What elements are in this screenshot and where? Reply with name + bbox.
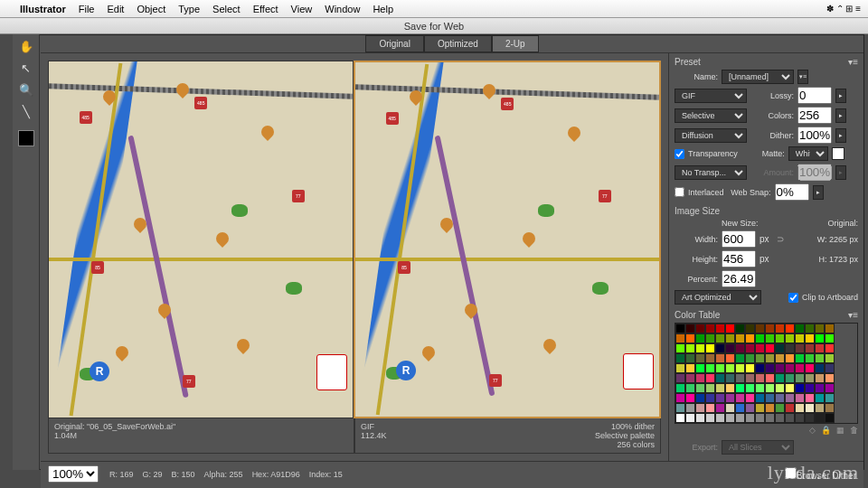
color-swatch[interactable] bbox=[755, 324, 765, 333]
preset-name-select[interactable]: [Unnamed] bbox=[722, 70, 794, 84]
color-swatch[interactable] bbox=[785, 373, 795, 383]
menu-type[interactable]: Type bbox=[178, 4, 200, 14]
color-swatch[interactable] bbox=[725, 413, 735, 423]
color-swatch[interactable] bbox=[685, 383, 695, 393]
color-swatch[interactable] bbox=[705, 353, 715, 363]
color-swatch[interactable] bbox=[775, 324, 785, 333]
dither-stepper[interactable]: ▸ bbox=[835, 128, 846, 143]
lossy-stepper[interactable]: ▸ bbox=[835, 89, 846, 103]
color-swatch[interactable] bbox=[785, 353, 795, 363]
color-table-menu-icon[interactable]: ▾≡ bbox=[848, 310, 858, 320]
menu-select[interactable]: Select bbox=[212, 4, 241, 14]
color-swatch[interactable] bbox=[745, 373, 755, 383]
color-swatch[interactable] bbox=[735, 383, 745, 393]
color-swatch[interactable] bbox=[725, 343, 735, 353]
color-swatch[interactable] bbox=[675, 383, 685, 393]
constrain-proportions-icon[interactable]: ⊃ bbox=[777, 234, 784, 244]
color-swatch[interactable] bbox=[825, 353, 835, 363]
color-swatch[interactable] bbox=[705, 363, 715, 373]
optimized-preview[interactable]: 485485777785R bbox=[354, 61, 661, 418]
color-swatch[interactable] bbox=[705, 343, 715, 353]
color-swatch[interactable] bbox=[705, 413, 715, 423]
color-swatch[interactable] bbox=[685, 324, 695, 333]
color-swatch[interactable] bbox=[775, 333, 785, 343]
color-swatch[interactable] bbox=[785, 393, 795, 403]
color-swatch[interactable] bbox=[735, 333, 745, 343]
eyedropper-tool-icon[interactable]: ╲ bbox=[17, 103, 35, 119]
color-swatch[interactable] bbox=[785, 324, 795, 333]
matte-select[interactable]: White bbox=[788, 146, 828, 161]
color-swatch[interactable] bbox=[815, 393, 825, 403]
color-swatch[interactable] bbox=[725, 363, 735, 373]
color-swatch[interactable] bbox=[695, 363, 705, 373]
menu-object[interactable]: Object bbox=[137, 4, 165, 14]
color-swatch[interactable] bbox=[805, 403, 815, 413]
transparency-checkbox[interactable] bbox=[675, 149, 684, 159]
delete-color-icon[interactable]: 🗑 bbox=[850, 426, 858, 435]
color-swatch[interactable] bbox=[705, 403, 715, 413]
color-swatch[interactable] bbox=[755, 333, 765, 343]
color-swatch[interactable] bbox=[795, 343, 805, 353]
menu-help[interactable]: Help bbox=[373, 4, 393, 14]
color-swatch[interactable] bbox=[735, 403, 745, 413]
websnap-input[interactable] bbox=[775, 183, 809, 201]
color-swatch[interactable] bbox=[765, 353, 775, 363]
zoom-select[interactable]: 100% bbox=[48, 465, 99, 483]
color-swatch[interactable] bbox=[755, 353, 765, 363]
color-swatch[interactable] bbox=[705, 373, 715, 383]
color-swatch[interactable] bbox=[735, 413, 745, 423]
width-input[interactable] bbox=[722, 230, 756, 248]
color-swatch[interactable] bbox=[675, 333, 685, 343]
color-swatch[interactable] bbox=[675, 373, 685, 383]
color-swatch[interactable] bbox=[685, 363, 695, 373]
color-swatch[interactable] bbox=[745, 353, 755, 363]
color-swatch[interactable] bbox=[735, 373, 745, 383]
color-table-grid[interactable] bbox=[675, 323, 858, 424]
color-swatch[interactable] bbox=[805, 324, 815, 333]
color-swatch[interactable] bbox=[685, 333, 695, 343]
app-menu[interactable]: Illustrator bbox=[20, 4, 66, 14]
color-swatch[interactable] bbox=[805, 343, 815, 353]
websnap-stepper[interactable]: ▸ bbox=[813, 185, 824, 200]
color-swatch[interactable] bbox=[695, 373, 705, 383]
color-swatch[interactable] bbox=[815, 324, 825, 333]
color-swatch[interactable] bbox=[675, 403, 685, 413]
color-swatch[interactable] bbox=[715, 363, 725, 373]
color-swatch[interactable] bbox=[815, 353, 825, 363]
color-swatch[interactable] bbox=[815, 413, 825, 423]
color-swatch[interactable] bbox=[785, 333, 795, 343]
color-swatch[interactable] bbox=[755, 363, 765, 373]
color-swatch[interactable] bbox=[695, 403, 705, 413]
zoom-tool-icon[interactable]: 🔍 bbox=[17, 81, 35, 98]
color-swatch[interactable] bbox=[695, 343, 705, 353]
color-swatch[interactable] bbox=[795, 333, 805, 343]
color-swatch[interactable] bbox=[775, 363, 785, 373]
original-preview[interactable]: 485485777785R bbox=[48, 61, 354, 418]
transparency-dither-select[interactable]: No Transp... bbox=[675, 165, 747, 180]
color-swatch[interactable] bbox=[795, 373, 805, 383]
snap-web-icon[interactable]: ◇ bbox=[809, 426, 816, 435]
color-swatch[interactable] bbox=[685, 413, 695, 423]
color-swatch[interactable] bbox=[715, 403, 725, 413]
color-swatch[interactable] bbox=[785, 363, 795, 373]
color-swatch[interactable] bbox=[805, 333, 815, 343]
color-swatch[interactable] bbox=[715, 333, 725, 343]
color-swatch[interactable] bbox=[715, 383, 725, 393]
color-swatch[interactable] bbox=[695, 324, 705, 333]
color-swatch[interactable] bbox=[705, 333, 715, 343]
preset-menu-icon[interactable]: ▾≡ bbox=[848, 57, 858, 67]
color-reduction-select[interactable]: Selective bbox=[675, 108, 747, 123]
resample-quality-select[interactable]: Art Optimized bbox=[675, 290, 761, 305]
tab-2up[interactable]: 2-Up bbox=[492, 35, 539, 52]
color-swatch[interactable] bbox=[745, 343, 755, 353]
color-swatch[interactable] bbox=[765, 343, 775, 353]
color-swatch[interactable] bbox=[715, 353, 725, 363]
interlaced-checkbox[interactable] bbox=[675, 187, 684, 197]
color-swatch[interactable] bbox=[745, 413, 755, 423]
color-swatch[interactable] bbox=[825, 403, 835, 413]
color-swatch[interactable] bbox=[765, 413, 775, 423]
color-swatch[interactable] bbox=[815, 403, 825, 413]
menu-effect[interactable]: Effect bbox=[253, 4, 278, 14]
color-swatch[interactable] bbox=[775, 413, 785, 423]
color-swatch[interactable] bbox=[735, 353, 745, 363]
